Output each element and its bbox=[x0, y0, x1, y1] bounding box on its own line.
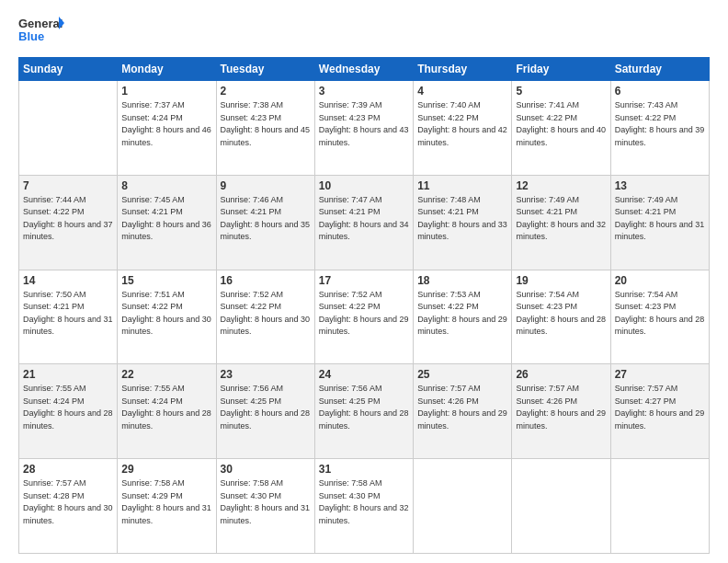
calendar-cell: 5Sunrise: 7:41 AMSunset: 4:22 PMDaylight… bbox=[512, 81, 610, 176]
calendar-cell: 12Sunrise: 7:49 AMSunset: 4:21 PMDayligh… bbox=[512, 175, 610, 270]
day-number: 8 bbox=[121, 179, 211, 192]
day-number: 17 bbox=[319, 274, 409, 287]
day-info: Sunrise: 7:55 AMSunset: 4:24 PMDaylight:… bbox=[121, 383, 211, 432]
day-info: Sunrise: 7:41 AMSunset: 4:22 PMDaylight:… bbox=[516, 99, 606, 149]
day-info: Sunrise: 7:51 AMSunset: 4:22 PMDaylight:… bbox=[121, 289, 211, 339]
week-row-3: 14Sunrise: 7:50 AMSunset: 4:21 PMDayligh… bbox=[19, 270, 710, 364]
calendar-cell bbox=[512, 459, 610, 554]
day-number: 4 bbox=[417, 85, 507, 98]
day-number: 6 bbox=[615, 85, 705, 98]
calendar-cell: 23Sunrise: 7:56 AMSunset: 4:25 PMDayligh… bbox=[216, 364, 314, 459]
calendar-cell: 9Sunrise: 7:46 AMSunset: 4:21 PMDaylight… bbox=[216, 175, 314, 270]
header-day-sunday: Sunday bbox=[19, 58, 118, 81]
day-info: Sunrise: 7:52 AMSunset: 4:22 PMDaylight:… bbox=[221, 289, 311, 339]
day-info: Sunrise: 7:37 AMSunset: 4:24 PMDaylight:… bbox=[121, 99, 211, 149]
day-number: 1 bbox=[121, 85, 211, 98]
calendar-cell: 17Sunrise: 7:52 AMSunset: 4:22 PMDayligh… bbox=[314, 270, 413, 364]
calendar-cell: 20Sunrise: 7:54 AMSunset: 4:23 PMDayligh… bbox=[610, 270, 709, 364]
day-number: 30 bbox=[221, 463, 311, 476]
calendar-cell: 26Sunrise: 7:57 AMSunset: 4:26 PMDayligh… bbox=[512, 364, 610, 459]
days-header-row: SundayMondayTuesdayWednesdayThursdayFrid… bbox=[19, 58, 710, 81]
day-number: 12 bbox=[516, 179, 606, 192]
day-number: 19 bbox=[516, 274, 606, 287]
day-info: Sunrise: 7:45 AMSunset: 4:21 PMDaylight:… bbox=[121, 194, 211, 244]
day-info: Sunrise: 7:49 AMSunset: 4:21 PMDaylight:… bbox=[615, 194, 705, 244]
calendar-cell: 31Sunrise: 7:58 AMSunset: 4:30 PMDayligh… bbox=[314, 459, 413, 554]
day-info: Sunrise: 7:54 AMSunset: 4:23 PMDaylight:… bbox=[615, 289, 705, 339]
calendar-cell: 25Sunrise: 7:57 AMSunset: 4:26 PMDayligh… bbox=[414, 364, 512, 459]
svg-text:General: General bbox=[18, 17, 63, 30]
day-info: Sunrise: 7:40 AMSunset: 4:22 PMDaylight:… bbox=[417, 99, 507, 149]
day-number: 14 bbox=[23, 274, 113, 287]
day-number: 21 bbox=[23, 368, 113, 381]
header-day-monday: Monday bbox=[118, 58, 216, 81]
day-number: 16 bbox=[221, 274, 311, 287]
calendar-cell: 22Sunrise: 7:55 AMSunset: 4:24 PMDayligh… bbox=[118, 364, 216, 459]
day-number: 11 bbox=[417, 179, 507, 192]
calendar-cell: 14Sunrise: 7:50 AMSunset: 4:21 PMDayligh… bbox=[19, 270, 118, 364]
day-info: Sunrise: 7:56 AMSunset: 4:25 PMDaylight:… bbox=[319, 383, 409, 432]
calendar-cell: 13Sunrise: 7:49 AMSunset: 4:21 PMDayligh… bbox=[610, 175, 709, 270]
calendar-cell: 19Sunrise: 7:54 AMSunset: 4:23 PMDayligh… bbox=[512, 270, 610, 364]
page: General Blue SundayMondayTuesdayWednesda… bbox=[0, 0, 728, 563]
week-row-1: 1Sunrise: 7:37 AMSunset: 4:24 PMDaylight… bbox=[19, 81, 710, 176]
day-info: Sunrise: 7:57 AMSunset: 4:26 PMDaylight:… bbox=[417, 383, 507, 432]
header-day-wednesday: Wednesday bbox=[314, 58, 413, 81]
calendar-cell: 18Sunrise: 7:53 AMSunset: 4:22 PMDayligh… bbox=[414, 270, 512, 364]
day-number: 27 bbox=[615, 368, 705, 381]
calendar: SundayMondayTuesdayWednesdayThursdayFrid… bbox=[18, 57, 710, 554]
calendar-cell: 4Sunrise: 7:40 AMSunset: 4:22 PMDaylight… bbox=[414, 81, 512, 176]
day-info: Sunrise: 7:56 AMSunset: 4:25 PMDaylight:… bbox=[221, 383, 311, 432]
calendar-cell bbox=[414, 459, 512, 554]
calendar-cell bbox=[610, 459, 709, 554]
calendar-cell: 28Sunrise: 7:57 AMSunset: 4:28 PMDayligh… bbox=[19, 459, 118, 554]
day-number: 26 bbox=[516, 368, 606, 381]
day-info: Sunrise: 7:58 AMSunset: 4:30 PMDaylight:… bbox=[221, 477, 311, 527]
day-number: 20 bbox=[615, 274, 705, 287]
day-info: Sunrise: 7:57 AMSunset: 4:26 PMDaylight:… bbox=[516, 383, 606, 432]
calendar-cell: 11Sunrise: 7:48 AMSunset: 4:21 PMDayligh… bbox=[414, 175, 512, 270]
header-day-friday: Friday bbox=[512, 58, 610, 81]
calendar-cell: 1Sunrise: 7:37 AMSunset: 4:24 PMDaylight… bbox=[118, 81, 216, 176]
day-number: 23 bbox=[221, 368, 311, 381]
day-info: Sunrise: 7:57 AMSunset: 4:27 PMDaylight:… bbox=[615, 383, 705, 432]
day-number: 31 bbox=[319, 463, 409, 476]
week-row-2: 7Sunrise: 7:44 AMSunset: 4:22 PMDaylight… bbox=[19, 175, 710, 270]
day-number: 25 bbox=[417, 368, 507, 381]
day-info: Sunrise: 7:58 AMSunset: 4:30 PMDaylight:… bbox=[319, 477, 409, 527]
day-info: Sunrise: 7:38 AMSunset: 4:23 PMDaylight:… bbox=[221, 99, 311, 149]
day-number: 5 bbox=[516, 85, 606, 98]
calendar-cell: 24Sunrise: 7:56 AMSunset: 4:25 PMDayligh… bbox=[314, 364, 413, 459]
calendar-cell: 6Sunrise: 7:43 AMSunset: 4:22 PMDaylight… bbox=[610, 81, 709, 176]
day-number: 10 bbox=[319, 179, 409, 192]
day-info: Sunrise: 7:54 AMSunset: 4:23 PMDaylight:… bbox=[516, 289, 606, 339]
day-info: Sunrise: 7:53 AMSunset: 4:22 PMDaylight:… bbox=[417, 289, 507, 339]
svg-text:Blue: Blue bbox=[18, 29, 44, 43]
day-number: 24 bbox=[319, 368, 409, 381]
day-info: Sunrise: 7:48 AMSunset: 4:21 PMDaylight:… bbox=[417, 194, 507, 244]
day-info: Sunrise: 7:50 AMSunset: 4:21 PMDaylight:… bbox=[23, 289, 113, 339]
calendar-cell: 30Sunrise: 7:58 AMSunset: 4:30 PMDayligh… bbox=[216, 459, 314, 554]
day-number: 22 bbox=[121, 368, 211, 381]
calendar-cell: 3Sunrise: 7:39 AMSunset: 4:23 PMDaylight… bbox=[314, 81, 413, 176]
day-number: 18 bbox=[417, 274, 507, 287]
day-info: Sunrise: 7:52 AMSunset: 4:22 PMDaylight:… bbox=[319, 289, 409, 339]
calendar-cell: 16Sunrise: 7:52 AMSunset: 4:22 PMDayligh… bbox=[216, 270, 314, 364]
logo-svg: General Blue bbox=[18, 15, 64, 48]
calendar-cell: 7Sunrise: 7:44 AMSunset: 4:22 PMDaylight… bbox=[19, 175, 118, 270]
day-info: Sunrise: 7:58 AMSunset: 4:29 PMDaylight:… bbox=[121, 477, 211, 527]
day-number: 3 bbox=[319, 85, 409, 98]
day-number: 15 bbox=[121, 274, 211, 287]
week-row-5: 28Sunrise: 7:57 AMSunset: 4:28 PMDayligh… bbox=[19, 459, 710, 554]
day-number: 2 bbox=[221, 85, 311, 98]
header: General Blue bbox=[18, 15, 710, 48]
day-info: Sunrise: 7:49 AMSunset: 4:21 PMDaylight:… bbox=[516, 194, 606, 244]
day-number: 13 bbox=[615, 179, 705, 192]
day-number: 29 bbox=[121, 463, 211, 476]
day-number: 28 bbox=[23, 463, 113, 476]
calendar-cell: 10Sunrise: 7:47 AMSunset: 4:21 PMDayligh… bbox=[314, 175, 413, 270]
calendar-cell bbox=[19, 81, 118, 176]
calendar-cell: 8Sunrise: 7:45 AMSunset: 4:21 PMDaylight… bbox=[118, 175, 216, 270]
calendar-cell: 2Sunrise: 7:38 AMSunset: 4:23 PMDaylight… bbox=[216, 81, 314, 176]
header-day-tuesday: Tuesday bbox=[216, 58, 314, 81]
